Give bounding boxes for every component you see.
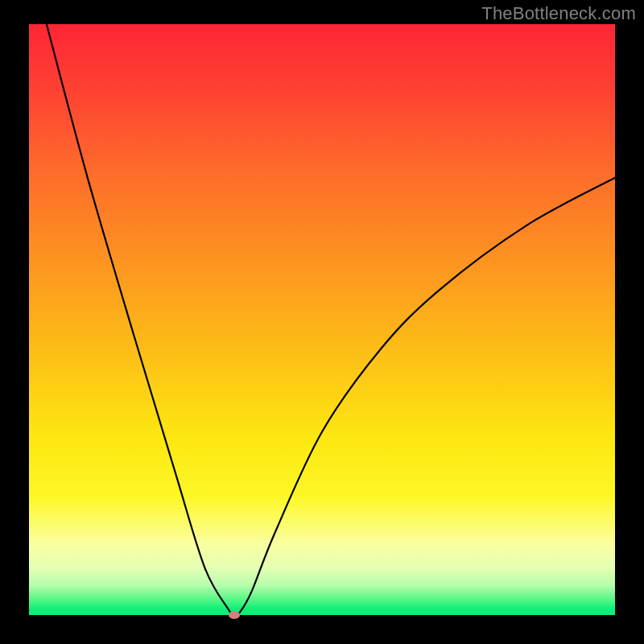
plot-area xyxy=(29,24,615,615)
watermark-text: TheBottleneck.com xyxy=(481,3,636,24)
chart-frame: TheBottleneck.com xyxy=(0,0,644,644)
bottleneck-curve xyxy=(29,24,615,615)
bottleneck-marker xyxy=(229,611,240,619)
